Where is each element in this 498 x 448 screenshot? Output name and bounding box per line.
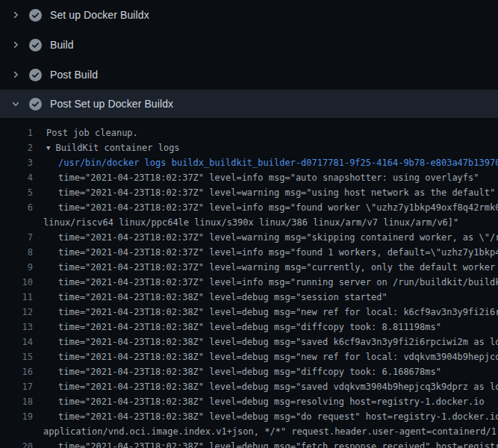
check-circle-icon [29, 39, 42, 52]
log-line: 14 time="2021-04-23T18:02:38Z" level=deb… [0, 335, 498, 349]
log-line: 10 time="2021-04-23T18:02:37Z" level=inf… [0, 275, 498, 290]
log-line: 13 time="2021-04-23T18:02:38Z" level=deb… [0, 320, 498, 335]
step-header-post-set-up-docker-buildx[interactable]: Post Set up Docker Buildx [0, 90, 498, 118]
line-number[interactable]: 11 [0, 290, 33, 305]
log-text: time="2021-04-23T18:02:38Z" level=debug … [33, 320, 498, 335]
line-number[interactable]: 15 [0, 349, 33, 364]
log-line: 7 time="2021-04-23T18:02:37Z" level=warn… [0, 230, 498, 245]
line-number[interactable]: 7 [0, 230, 33, 245]
line-number[interactable]: 8 [0, 245, 33, 260]
step-header-post-build[interactable]: Post Build [0, 60, 498, 90]
log-text: Post job cleanup. [33, 125, 498, 140]
log-line: 20 time="2021-04-23T18:02:38Z" level=deb… [0, 439, 498, 448]
log-text: ▼BuildKit container logs [33, 140, 498, 155]
log-line: 4 time="2021-04-23T18:02:37Z" level=info… [0, 170, 498, 185]
log-text: /usr/bin/docker logs buildx_buildkit_bui… [33, 155, 498, 170]
log-text: time="2021-04-23T18:02:38Z" level=debug … [33, 335, 498, 349]
step-label: Post Build [50, 69, 98, 81]
log-text: time="2021-04-23T18:02:38Z" level=debug … [33, 349, 498, 364]
log-text: time="2021-04-23T18:02:37Z" level=warnin… [33, 260, 498, 275]
log-text: time="2021-04-23T18:02:37Z" level=info m… [33, 170, 498, 185]
log-text: time="2021-04-23T18:02:37Z" level=info m… [33, 200, 498, 215]
step-header-build[interactable]: Build [0, 30, 498, 60]
steps-list: Set up Docker Buildx Build P [0, 0, 498, 118]
step-header-set-up-docker-buildx[interactable]: Set up Docker Buildx [0, 0, 498, 30]
log-text: time="2021-04-23T18:02:38Z" level=debug … [33, 305, 498, 320]
log-line: 12 time="2021-04-23T18:02:38Z" level=deb… [0, 305, 498, 320]
log-text: linux/riscv64 linux/ppc64le linux/s390x … [33, 215, 498, 230]
chevron-right-icon[interactable] [10, 70, 21, 79]
log-text: time="2021-04-23T18:02:37Z" level=info m… [33, 275, 498, 290]
log-line: 5 time="2021-04-23T18:02:37Z" level=warn… [0, 185, 498, 200]
check-circle-icon [29, 69, 42, 81]
step-label: Set up Docker Buildx [50, 9, 149, 21]
log-line: 18 time="2021-04-23T18:02:38Z" level=deb… [0, 394, 498, 409]
line-number[interactable]: 2 [0, 140, 33, 155]
log-text: time="2021-04-23T18:02:37Z" level=warnin… [33, 185, 498, 200]
triangle-down-icon[interactable]: ▼ [46, 140, 50, 155]
log-line: application/vnd.oci.image.index.v1+json,… [0, 424, 498, 439]
log-text: time="2021-04-23T18:02:38Z" level=debug … [33, 379, 498, 394]
log-line: 19 time="2021-04-23T18:02:38Z" level=deb… [0, 409, 498, 424]
chevron-right-icon[interactable] [10, 10, 21, 19]
log-text: application/vnd.oci.image.index.v1+json,… [33, 424, 498, 439]
log-text: time="2021-04-23T18:02:38Z" level=debug … [33, 409, 498, 424]
log-text: time="2021-04-23T18:02:38Z" level=debug … [33, 439, 498, 448]
chevron-right-icon[interactable] [10, 40, 21, 49]
line-number[interactable] [0, 424, 33, 439]
log-line: 3 /usr/bin/docker logs buildx_buildkit_b… [0, 155, 498, 170]
line-number[interactable]: 13 [0, 320, 33, 335]
line-number[interactable]: 3 [0, 155, 33, 170]
line-number[interactable]: 6 [0, 200, 33, 215]
line-number[interactable]: 20 [0, 439, 33, 448]
chevron-down-icon[interactable] [10, 99, 21, 108]
line-number[interactable]: 17 [0, 379, 33, 394]
line-number[interactable]: 1 [0, 125, 33, 140]
log-line: 8 time="2021-04-23T18:02:37Z" level=info… [0, 245, 498, 260]
log-line: 11 time="2021-04-23T18:02:38Z" level=deb… [0, 290, 498, 305]
log-line: linux/riscv64 linux/ppc64le linux/s390x … [0, 215, 498, 230]
log-text: time="2021-04-23T18:02:38Z" level=debug … [33, 364, 498, 379]
log-line: 17 time="2021-04-23T18:02:38Z" level=deb… [0, 379, 498, 394]
log-text: time="2021-04-23T18:02:37Z" level=info m… [33, 245, 498, 260]
step-label: Build [50, 39, 74, 51]
line-number[interactable]: 12 [0, 305, 33, 320]
step-label: Post Set up Docker Buildx [50, 98, 173, 110]
line-number[interactable] [0, 215, 33, 230]
log-area: 1 Post job cleanup. 2 ▼BuildKit containe… [0, 118, 498, 448]
log-text: time="2021-04-23T18:02:38Z" level=debug … [33, 290, 498, 305]
line-number[interactable]: 14 [0, 335, 33, 349]
line-number[interactable]: 10 [0, 275, 33, 290]
line-number[interactable]: 9 [0, 260, 33, 275]
log-line: 1 Post job cleanup. [0, 125, 498, 140]
log-line: 16 time="2021-04-23T18:02:38Z" level=deb… [0, 364, 498, 379]
group-label: BuildKit container logs [55, 143, 179, 153]
log-text: time="2021-04-23T18:02:37Z" level=warnin… [33, 230, 498, 245]
line-number[interactable]: 5 [0, 185, 33, 200]
log-line: 2 ▼BuildKit container logs [0, 140, 498, 155]
log-text: time="2021-04-23T18:02:38Z" level=debug … [33, 394, 498, 409]
workflow-logs-panel: Set up Docker Buildx Build P [0, 0, 498, 448]
check-circle-icon [29, 9, 42, 22]
log-line: 9 time="2021-04-23T18:02:37Z" level=warn… [0, 260, 498, 275]
line-number[interactable]: 19 [0, 409, 33, 424]
line-number[interactable]: 18 [0, 394, 33, 409]
line-number[interactable]: 16 [0, 364, 33, 379]
log-line: 6 time="2021-04-23T18:02:37Z" level=info… [0, 200, 498, 215]
log-line: 15 time="2021-04-23T18:02:38Z" level=deb… [0, 349, 498, 364]
check-circle-icon [29, 98, 42, 111]
line-number[interactable]: 4 [0, 170, 33, 185]
